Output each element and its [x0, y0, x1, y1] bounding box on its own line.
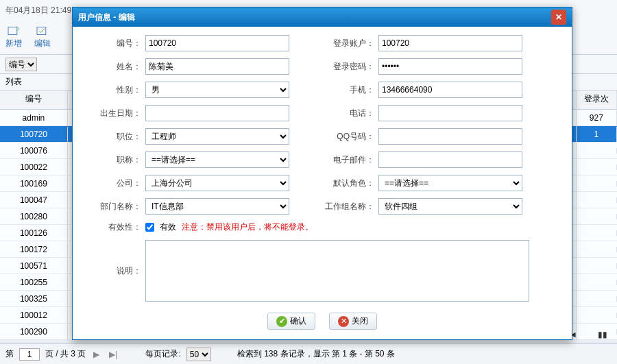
- lab-account: 登录账户：: [319, 38, 374, 49]
- close-icon: ✕: [555, 12, 562, 22]
- check-icon: ✔: [276, 316, 287, 327]
- lab-title: 职称：: [86, 154, 141, 166]
- lab-qq: QQ号码：: [319, 131, 374, 143]
- sex-select[interactable]: 男: [145, 82, 289, 98]
- lab-email: 电子邮件：: [319, 154, 374, 166]
- x-icon: ✕: [338, 316, 349, 327]
- birth-field[interactable]: [145, 105, 289, 121]
- lab-company: 公司：: [86, 178, 141, 189]
- email-field[interactable]: [378, 151, 522, 168]
- code-field[interactable]: [145, 35, 289, 51]
- ok-label: 确认: [290, 315, 306, 327]
- lab-name: 姓名：: [86, 61, 141, 73]
- company-select[interactable]: 上海分公司: [145, 175, 289, 191]
- dialog-titlebar[interactable]: 用户信息 - 编辑 ✕: [73, 8, 572, 27]
- close-label: 关闭: [352, 315, 368, 327]
- dialog-title: 用户信息 - 编辑: [78, 12, 135, 23]
- qq-field[interactable]: [378, 128, 522, 145]
- valid-text: 有效: [160, 221, 176, 233]
- valid-warning: 注意：禁用该用户后，将不能登录。: [182, 221, 313, 233]
- mobile-field[interactable]: [378, 82, 522, 98]
- account-field[interactable]: [378, 35, 522, 51]
- password-field[interactable]: [378, 58, 522, 75]
- lab-role: 默认角色：: [319, 178, 374, 189]
- ok-button[interactable]: ✔ 确认: [267, 313, 315, 330]
- dialog-close-button[interactable]: ✕: [551, 10, 566, 25]
- post-select[interactable]: 工程师: [145, 128, 289, 145]
- title-select[interactable]: ==请选择==: [145, 151, 289, 168]
- lab-desc: 说明：: [86, 265, 141, 277]
- valid-checkbox[interactable]: [145, 223, 154, 232]
- lab-password: 登录密码：: [319, 61, 374, 73]
- desc-textarea[interactable]: [145, 240, 529, 302]
- lab-valid: 有效性：: [86, 221, 141, 233]
- lab-post: 职位：: [86, 131, 141, 143]
- lab-sex: 性别：: [86, 84, 141, 96]
- user-edit-dialog: 用户信息 - 编辑 ✕ 编号： 登录账户： 姓名： 登录密码： 性别：男 手机：…: [72, 7, 572, 340]
- dept-select[interactable]: IT信息部: [145, 198, 289, 215]
- role-select[interactable]: ==请选择==: [378, 175, 522, 191]
- lab-mobile: 手机：: [319, 84, 374, 96]
- lab-phone: 电话：: [319, 108, 374, 119]
- lab-dept: 部门名称：: [86, 201, 141, 213]
- lab-code: 编号：: [86, 38, 141, 49]
- phone-field[interactable]: [378, 105, 522, 121]
- team-select[interactable]: 软件四组: [378, 198, 522, 215]
- close-button[interactable]: ✕ 关闭: [329, 313, 377, 330]
- lab-team: 工作组名称：: [319, 201, 374, 213]
- name-field[interactable]: [145, 58, 289, 75]
- lab-birth: 出生日期：: [86, 108, 141, 119]
